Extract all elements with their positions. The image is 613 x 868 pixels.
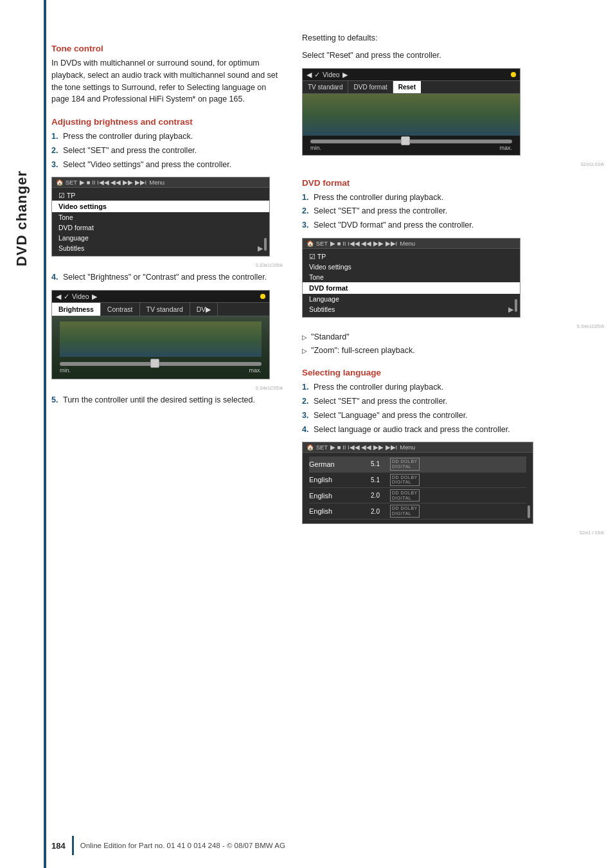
brightness-body: min. max. — [52, 316, 269, 379]
tab-reset[interactable]: Reset — [393, 81, 421, 93]
dvd-format-options: "Standard" "Zoom": full-screen playback. — [302, 331, 604, 357]
reset-slider-track[interactable] — [310, 140, 512, 143]
main-content: Tone control In DVDs with multichannel o… — [51, 32, 604, 535]
set-label: 🏠 SET — [56, 179, 77, 186]
menu-label: Menu — [149, 179, 164, 186]
tab-tv-standard[interactable]: TV standard — [140, 303, 190, 316]
lang-row-german: German 5.1 DD DOLBYDIGITAL — [309, 457, 526, 472]
brightness-slider-thumb[interactable] — [150, 359, 159, 368]
brightness-slider-labels: min. max. — [60, 367, 262, 374]
reset-slider-area: min. max. — [303, 136, 520, 155]
tab-dvd-format-reset[interactable]: DVD format — [348, 81, 393, 93]
step-1: 1. Press the controller during playback. — [51, 131, 283, 143]
footer: 184 Online Edition for Part no. 01 41 0 … — [51, 836, 600, 855]
scroll-indicator-3 — [528, 505, 530, 518]
reset-header-dot — [511, 72, 516, 77]
step-3: 3. Select "Video settings" and press the… — [51, 159, 283, 171]
dvd-menu-language: Language — [303, 294, 520, 304]
menu-video-settings: Video settings — [52, 201, 269, 212]
dvd-option-standard: "Standard" — [302, 331, 604, 343]
ref-1: S.S3e1C05/A — [51, 263, 283, 267]
ref-2: S.S4e1C05/A — [51, 386, 283, 390]
brightness-slider-track[interactable] — [60, 362, 262, 366]
brightness-contrast-section: Adjusting brightness and contrast 1. Pre… — [51, 117, 283, 406]
tab-brightness[interactable]: Brightness — [52, 303, 101, 316]
language-steps: 1. Press the controller during playback.… — [302, 381, 604, 435]
page-number: 184 — [51, 841, 66, 851]
ref-4: S.S4e1C05/A — [302, 324, 604, 329]
screen-body-1: ☑ TP Video settings Tone DVD format — [52, 188, 269, 256]
tab-tv-standard-reset[interactable]: TV standard — [303, 81, 348, 93]
step-2: 2. Select "SET" and press the controller… — [51, 145, 283, 157]
ref-3: S2/e1L03/A — [302, 162, 604, 167]
reset-section: Resetting to defaults: Select "Reset" an… — [302, 32, 604, 167]
brightness-tabs: Brightness Contrast TV standard DV▶ — [52, 303, 269, 316]
lang-row-english-1: English 5.1 DD DOLBYDIGITAL — [309, 473, 526, 488]
tone-control-heading: Tone control — [51, 44, 283, 53]
lang-menu-bar: 🏠 SET ▶ ■ II I◀◀ ◀◀ ▶▶ ▶▶I Menu — [303, 442, 533, 453]
tone-control-section: Tone control In DVDs with multichannel o… — [51, 44, 283, 105]
scroll-indicator-1 — [264, 238, 267, 251]
language-screen-wrap: 🏠 SET ▶ ■ II I◀◀ ◀◀ ▶▶ ▶▶I Menu German 5… — [302, 442, 604, 535]
reset-screen-wrap: ◀ ✓ Video ▶ TV standard DVD format Reset — [302, 68, 604, 167]
reset-slider-labels: min. max. — [310, 145, 512, 151]
two-column-layout: Tone control In DVDs with multichannel o… — [51, 32, 604, 535]
menu-subtitles: Subtitles ▶ — [52, 243, 269, 253]
dvd-menu-video: Video settings — [303, 262, 520, 272]
menu-language: Language — [52, 233, 269, 243]
footer-text: Online Edition for Part no. 01 41 0 014 … — [80, 842, 285, 849]
brightness-screen-wrap: ◀ ✓ Video ▶ Brightness Contrast TV stand… — [51, 290, 283, 390]
brightness-steps-1-3: 1. Press the controller during playback.… — [51, 131, 283, 170]
brightness-contrast-heading: Adjusting brightness and contrast — [51, 117, 283, 127]
lang-row-english-2: English 2.0 DD DOLBYDIGITAL — [309, 488, 526, 503]
menu-bar-1: 🏠 SET ▶ ■ II I◀◀ ◀◀ ▶▶ ▶▶I Menu — [52, 177, 269, 188]
dvd-menu-subtitles: Subtitles ▶ — [303, 304, 520, 314]
footer-accent-bar — [72, 836, 74, 855]
menu-tp: ☑ TP — [52, 190, 269, 201]
dvd-format-screen-wrap: 🏠 SET ▶ ■ II I◀◀ ◀◀ ▶▶ ▶▶I Menu ☑ TP Vid… — [302, 238, 604, 329]
dvd-menu-tp: ☑ TP — [303, 251, 520, 262]
dvd-format-screen: 🏠 SET ▶ ■ II I◀◀ ◀◀ ▶▶ ▶▶I Menu ☑ TP Vid… — [302, 238, 520, 318]
sidebar-label: DVD changer — [0, 84, 44, 354]
dvd-format-steps: 1. Press the controller during playback.… — [302, 192, 604, 231]
screen-mockup-1: 🏠 SET ▶ ■ II I◀◀ ◀◀ ▶▶ ▶▶I Menu ☑ TP Vid… — [51, 177, 270, 257]
reset-tabs: TV standard DVD format Reset — [303, 81, 520, 94]
menu-dvd-format: DVD format — [52, 222, 269, 233]
scroll-indicator-2 — [515, 299, 517, 312]
video-settings-screen: 🏠 SET ▶ ■ II I◀◀ ◀◀ ▶▶ ▶▶I Menu ☑ TP Vid… — [51, 177, 283, 267]
tone-control-body: In DVDs with multichannel or surround so… — [51, 57, 283, 105]
lang-step-1: 1. Press the controller during playback. — [302, 381, 604, 393]
lang-step-2: 2. Select "SET" and press the controller… — [302, 395, 604, 408]
reset-body-text: Select "Reset" and press the controller. — [302, 50, 604, 62]
dvd-menu-tone: Tone — [303, 272, 520, 282]
brightness-step-5: 5. Turn the controller until the desired… — [51, 394, 283, 406]
reset-screen-header: ◀ ✓ Video ▶ — [303, 69, 520, 81]
dvd-option-zoom: "Zoom": full-screen playback. — [302, 345, 604, 357]
reset-screen: ◀ ✓ Video ▶ TV standard DVD format Reset — [302, 68, 520, 156]
right-column: Resetting to defaults: Select "Reset" an… — [302, 32, 604, 535]
selecting-language-section: Selecting language 1. Press the controll… — [302, 368, 604, 535]
tab-dv[interactable]: DV▶ — [190, 303, 218, 316]
step-5: 5. Turn the controller until the desired… — [51, 394, 283, 406]
reset-heading-text: Resetting to defaults: — [302, 32, 604, 44]
brightness-image — [60, 321, 262, 357]
reset-slider-thumb[interactable] — [401, 136, 410, 145]
dvd-format-heading: DVD format — [302, 178, 604, 188]
selecting-language-heading: Selecting language — [302, 368, 604, 377]
ref-5: S2/e1 I 03/A — [302, 530, 604, 535]
tab-contrast[interactable]: Contrast — [101, 303, 140, 316]
step-4: 4. Select "Brightness" or "Contrast" and… — [51, 271, 283, 284]
lang-step-3: 3. Select "Language" and press the contr… — [302, 410, 604, 422]
brightness-screen-header: ◀ ✓ Video ▶ — [52, 291, 269, 303]
header-dot — [260, 294, 265, 299]
dvd-menu-bar: 🏠 SET ▶ ■ II I◀◀ ◀◀ ▶▶ ▶▶I Menu — [303, 239, 520, 249]
lang-body: German 5.1 DD DOLBYDIGITAL English 5.1 D… — [303, 453, 533, 523]
reset-image — [303, 94, 520, 136]
dvd-screen-body: ☑ TP Video settings Tone DVD format Lang… — [303, 249, 520, 317]
left-column: Tone control In DVDs with multichannel o… — [51, 32, 283, 535]
dvd-step-2: 2. Select "SET" and press the controller… — [302, 205, 604, 217]
dvd-menu-dvd-format: DVD format — [303, 282, 520, 294]
dvd-step-1: 1. Press the controller during playback. — [302, 192, 604, 204]
brightness-screen: ◀ ✓ Video ▶ Brightness Contrast TV stand… — [51, 290, 270, 379]
brightness-step-4: 4. Select "Brightness" or "Contrast" and… — [51, 271, 283, 284]
